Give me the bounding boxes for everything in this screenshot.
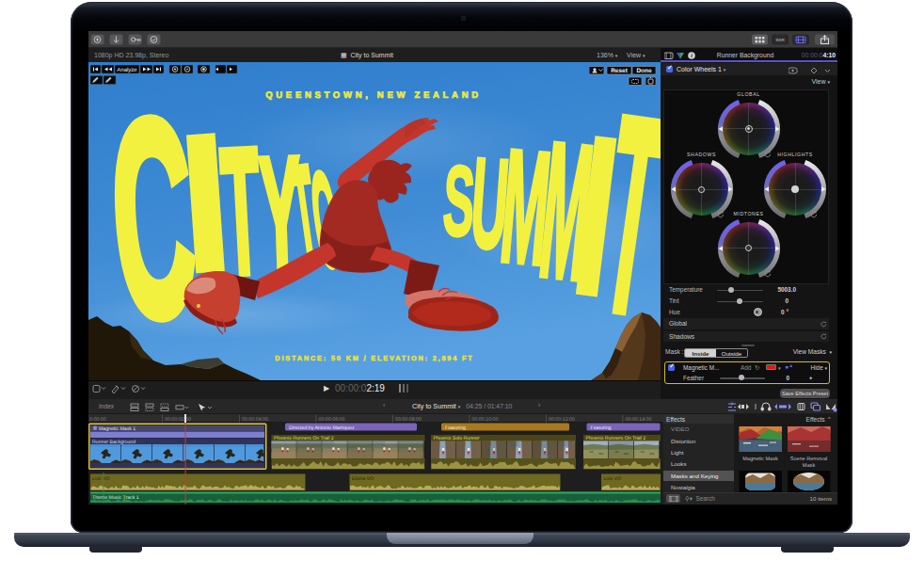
svg-text:Phoenix Runners On Trail 2: Phoenix Runners On Trail 2 <box>274 436 334 441</box>
svg-text:Runner Background: Runner Background <box>92 440 135 445</box>
svg-text:SDR: SDR <box>775 38 785 42</box>
svg-text:00:00:02:00: 00:00:02:00 <box>165 417 191 423</box>
svg-text:Theme Music Track 1: Theme Music Track 1 <box>92 495 139 501</box>
svg-text:00:00:06:00: 00:00:06:00 <box>319 417 345 423</box>
svg-text:Elisha VO: Elisha VO <box>352 476 374 482</box>
svg-text:00:00:04:00: 00:00:04:00 <box>242 417 268 423</box>
svg-text:DISTANCE: 50 KM / ELEVATION: 2: DISTANCE: 50 KM / ELEVATION: 2,894 FT <box>275 354 473 362</box>
svg-text:Featuring: Featuring <box>445 425 466 431</box>
svg-text:QUEENSTOWN, NEW ZEALAND: QUEENSTOWN, NEW ZEALAND <box>265 90 482 101</box>
svg-text:Featuring: Featuring <box>591 425 612 431</box>
svg-text:00:00:10:00: 00:00:10:00 <box>472 417 499 423</box>
svg-text:00:00:14:00: 00:00:14:00 <box>626 417 652 423</box>
svg-text:0:00:00: 0:00:00 <box>89 417 106 423</box>
svg-text:Directed by Antonio Marriquez: Directed by Antonio Marriquez <box>289 425 355 431</box>
svg-text:00:00:08:00: 00:00:08:00 <box>395 417 422 423</box>
svg-text:Phoenix Solo Runner: Phoenix Solo Runner <box>434 436 480 441</box>
svg-text:Magnetic Mask: Magnetic Mask <box>742 456 778 462</box>
svg-text:Luis VO: Luis VO <box>604 476 621 482</box>
svg-text:Reset: Reset <box>611 68 629 74</box>
svg-text:Analyze: Analyze <box>117 67 137 73</box>
svg-text:Magnetic Mask 1: Magnetic Mask 1 <box>99 426 135 432</box>
svg-text:00:00:12:00: 00:00:12:00 <box>549 417 575 423</box>
svg-text:Mask: Mask <box>803 462 816 469</box>
svg-text:Phoenix Runners On Trail 2: Phoenix Runners On Trail 2 <box>586 436 646 441</box>
svg-text:Scene Removal: Scene Removal <box>790 456 828 462</box>
svg-text:Done: Done <box>636 68 652 74</box>
svg-text:Luis VO: Luis VO <box>92 476 109 482</box>
